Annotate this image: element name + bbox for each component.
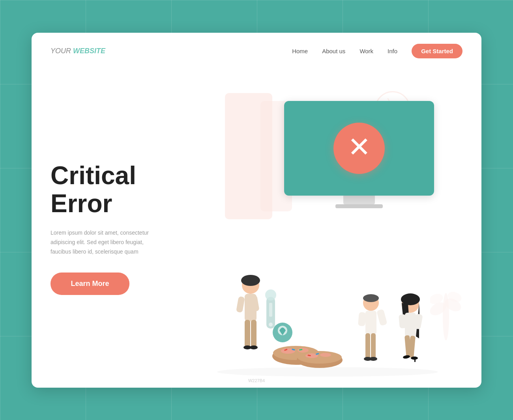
learn-more-button[interactable]: Learn More	[51, 273, 129, 295]
svg-rect-12	[251, 320, 256, 347]
svg-point-16	[265, 289, 276, 301]
svg-rect-46	[399, 314, 407, 328]
monitor-screen: ✕	[284, 101, 434, 196]
svg-point-14	[250, 345, 258, 349]
right-illustration: ✕	[182, 69, 481, 388]
error-circle: ✕	[333, 123, 385, 174]
nav-work[interactable]: Work	[359, 48, 373, 54]
hero-title: Critical Error	[51, 162, 182, 217]
watermark-text: W227B4	[248, 378, 265, 383]
left-section: Critical Error Lorem ipsum dolor sit ame…	[32, 69, 182, 388]
svg-point-35	[363, 294, 379, 302]
nav-info[interactable]: Info	[388, 48, 397, 54]
main-content: Critical Error Lorem ipsum dolor sit ame…	[32, 69, 481, 388]
hero-description: Lorem ipsum dolor sit amet, consectetur …	[51, 228, 161, 256]
navbar: YOUR WEBSITE Home About us Work Info Get…	[32, 33, 481, 69]
monitor-stand	[343, 196, 375, 204]
svg-rect-52	[414, 357, 416, 362]
svg-rect-9	[236, 296, 245, 313]
svg-point-7	[241, 275, 260, 286]
logo: YOUR WEBSITE	[51, 47, 105, 55]
svg-point-44	[401, 293, 420, 305]
svg-point-29	[298, 351, 342, 364]
nav-home[interactable]: Home	[292, 48, 308, 54]
svg-point-24	[298, 348, 309, 353]
nav-about[interactable]: About us	[322, 48, 345, 54]
svg-point-5	[217, 367, 438, 377]
svg-rect-37	[358, 312, 366, 326]
svg-rect-39	[365, 333, 370, 359]
svg-point-31	[320, 353, 331, 357]
svg-rect-36	[365, 311, 376, 334]
hero-title-line2: Error	[51, 189, 112, 218]
error-x-icon: ✕	[348, 133, 371, 161]
svg-point-42	[369, 357, 377, 361]
svg-rect-38	[376, 309, 388, 326]
svg-rect-40	[371, 333, 376, 359]
get-started-button[interactable]: Get Started	[412, 44, 462, 58]
svg-rect-11	[245, 320, 250, 347]
people-illustration	[205, 246, 450, 380]
hero-title-line1: Critical	[51, 161, 136, 190]
svg-point-18	[269, 323, 273, 327]
page-card: YOUR WEBSITE Home About us Work Info Get…	[32, 33, 481, 388]
monitor-base	[335, 204, 383, 208]
monitor: ✕	[284, 101, 434, 207]
nav-links: Home About us Work Info Get Started	[292, 44, 462, 58]
svg-rect-17	[269, 303, 272, 317]
